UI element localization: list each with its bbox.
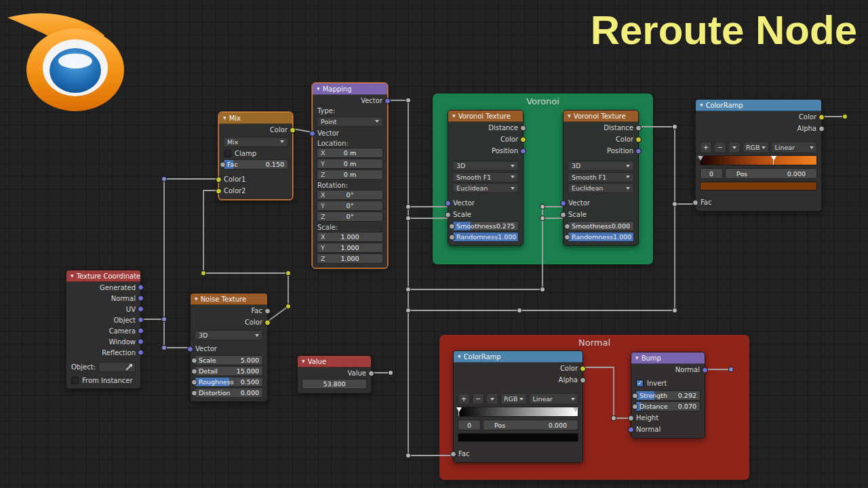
detail-input-socket[interactable] <box>191 368 197 374</box>
normal-input-socket[interactable] <box>628 426 634 432</box>
randomness-input-socket[interactable] <box>564 234 570 240</box>
reroute-node-dot[interactable] <box>406 287 410 291</box>
distance-metric-dropdown[interactable]: Euclidean <box>452 183 519 193</box>
scale-input-socket[interactable] <box>445 211 451 218</box>
vector-input-socket[interactable] <box>309 130 315 136</box>
stop-position-field[interactable]: Pos0.000 <box>725 168 817 179</box>
stop-color-swatch[interactable] <box>458 433 578 442</box>
color1-input-socket[interactable] <box>216 176 222 182</box>
node-bump[interactable]: ▼ Bump Normal ✓ Invert Strength0.292 Dis… <box>631 352 705 439</box>
stop-index-field[interactable]: 0 <box>700 168 723 179</box>
reroute-node-dot[interactable] <box>201 270 205 275</box>
collapse-icon[interactable]: ▼ <box>223 116 226 120</box>
object-output-socket[interactable] <box>138 317 144 323</box>
alpha-output-socket[interactable] <box>580 377 586 383</box>
roughness-input-socket[interactable] <box>191 379 197 385</box>
reroute-node-dot[interactable] <box>672 308 677 312</box>
collapse-icon[interactable]: ▼ <box>317 87 320 91</box>
ramp-options-dropdown[interactable] <box>728 142 741 153</box>
normal-output-socket[interactable] <box>702 367 708 373</box>
ramp-stop-marker[interactable] <box>456 407 462 412</box>
node-colorramp-top[interactable]: ▼ ColorRamp Color Alpha + − RGB Linear 0… <box>695 99 822 211</box>
distortion-slider[interactable]: Distortion0.000 <box>195 388 263 398</box>
value-output-socket[interactable] <box>368 370 374 376</box>
ramp-options-dropdown[interactable] <box>486 393 498 405</box>
dimensions-dropdown[interactable]: 3D <box>568 161 634 171</box>
detail-slider[interactable]: Detail15.000 <box>195 366 263 376</box>
reroute-node-dot[interactable] <box>161 176 166 181</box>
rotation-y-field[interactable]: Y0° <box>317 201 383 211</box>
stop-color-swatch[interactable] <box>700 182 817 190</box>
node-colorramp-bottom-header[interactable]: ▼ ColorRamp <box>454 351 583 363</box>
distance-output-socket[interactable] <box>520 125 526 131</box>
fac-slider[interactable]: Fac 0.150 <box>223 159 288 169</box>
color2-input-socket[interactable] <box>216 188 222 194</box>
color-ramp-gradient[interactable] <box>700 155 817 165</box>
smoothness-slider[interactable]: Smoothness0.275 <box>452 221 519 231</box>
node-colorramp-bottom[interactable]: ▼ ColorRamp Color Alpha + − RGB Linear 0… <box>453 350 583 463</box>
blend-mode-dropdown[interactable]: Mix <box>223 137 288 147</box>
scale-slider[interactable]: Scale5.000 <box>195 355 263 365</box>
reroute-node-dot[interactable] <box>406 453 410 458</box>
reroute-node-dot[interactable] <box>406 216 410 220</box>
normal-output-socket[interactable] <box>138 296 144 302</box>
object-selector[interactable] <box>98 362 136 372</box>
collapse-icon[interactable]: ▼ <box>700 103 703 107</box>
vector-input-socket[interactable] <box>560 200 566 206</box>
reroute-node-dot[interactable] <box>672 124 677 129</box>
rotation-z-field[interactable]: Z0° <box>317 211 383 222</box>
location-x-field[interactable]: X0 m <box>317 148 383 158</box>
window-output-socket[interactable] <box>138 339 144 345</box>
scale-y-field[interactable]: Y1.000 <box>317 243 383 253</box>
color-output-socket[interactable] <box>580 365 586 371</box>
reroute-node-dot[interactable] <box>406 204 410 209</box>
color-output-socket[interactable] <box>264 319 271 325</box>
reroute-node-dot[interactable] <box>540 287 545 291</box>
distortion-input-socket[interactable] <box>191 390 197 396</box>
node-bump-header[interactable]: ▼ Bump <box>631 352 705 364</box>
vector-output-socket[interactable] <box>384 98 391 104</box>
randomness-slider[interactable]: Randomness1.000 <box>568 232 634 242</box>
mapping-type-dropdown[interactable]: Point <box>317 117 383 127</box>
node-texcoord-header[interactable]: ▼ Texture Coordinate <box>66 270 140 282</box>
interpolation-dropdown[interactable]: Linear <box>771 142 817 153</box>
reroute-node-dot[interactable] <box>517 308 521 312</box>
node-mapping[interactable]: ▼ Mapping Vector Type: Point Vector Loca… <box>312 83 388 268</box>
roughness-slider[interactable]: Roughness0.500 <box>195 377 263 387</box>
feature-dropdown[interactable]: Smooth F1 <box>568 172 634 182</box>
invert-checkbox[interactable]: ✓ <box>636 380 644 387</box>
node-colorramp-top-header[interactable]: ▼ ColorRamp <box>696 100 821 111</box>
height-input-socket[interactable] <box>628 415 634 421</box>
fac-input-socket[interactable] <box>450 451 456 457</box>
add-stop-button[interactable]: + <box>458 393 470 405</box>
collapse-icon[interactable]: ▼ <box>635 356 639 360</box>
node-voronoi-texture-right[interactable]: ▼ Voronoi Texture Distance Color Positio… <box>563 110 639 246</box>
ramp-stop-marker[interactable] <box>771 156 776 161</box>
reroute-node-dot[interactable] <box>672 201 677 206</box>
interpolation-dropdown[interactable]: Linear <box>529 393 578 405</box>
vector-input-socket[interactable] <box>445 200 451 206</box>
alpha-output-socket[interactable] <box>818 125 825 131</box>
eyedropper-icon[interactable] <box>125 364 132 371</box>
collapse-icon[interactable]: ▼ <box>458 354 461 359</box>
node-value-header[interactable]: ▼ Value <box>298 356 371 367</box>
rotation-x-field[interactable]: X0° <box>317 190 383 200</box>
collapse-icon[interactable]: ▼ <box>568 114 571 118</box>
node-editor-canvas[interactable]: Reroute Node Voronoi Normal ▼ Mix Color … <box>0 0 868 488</box>
smoothness-input-socket[interactable] <box>449 223 455 229</box>
add-stop-button[interactable]: + <box>700 142 712 153</box>
reroute-node-dot[interactable] <box>285 304 290 308</box>
node-mapping-header[interactable]: ▼ Mapping <box>313 83 387 95</box>
node-voronoi-texture-left[interactable]: ▼ Voronoi Texture Distance Color Positio… <box>448 110 524 246</box>
reroute-node-dot[interactable] <box>388 370 393 375</box>
color-output-socket[interactable] <box>520 136 526 142</box>
strength-input-socket[interactable] <box>632 392 638 399</box>
reroute-node-dot[interactable] <box>285 270 290 275</box>
reroute-node-dot[interactable] <box>406 98 410 102</box>
color-ramp-gradient[interactable] <box>458 407 578 417</box>
fac-output-socket[interactable] <box>264 308 271 314</box>
position-output-socket[interactable] <box>520 148 526 154</box>
randomness-slider[interactable]: Randomness1.000 <box>452 232 519 242</box>
smoothness-slider[interactable]: Smoothness0.000 <box>568 221 634 231</box>
collapse-icon[interactable]: ▼ <box>195 297 198 301</box>
